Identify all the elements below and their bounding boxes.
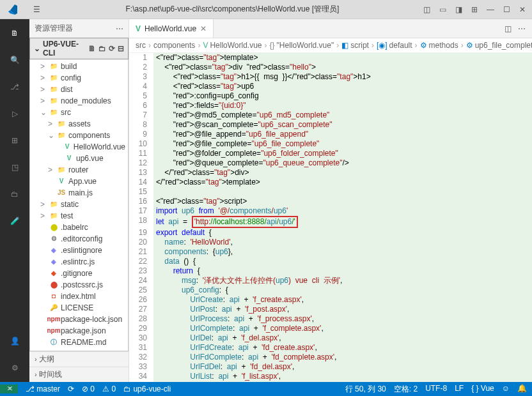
tab-label: HelloWorld.vue [145, 24, 196, 33]
tree-node[interactable]: >📁test [30, 210, 128, 222]
timeline-section[interactable]: › 时间线 [29, 367, 129, 382]
breadcrumb-seg[interactable]: src [136, 41, 146, 50]
search-icon[interactable]: 🔍 [7, 52, 22, 68]
more-icon[interactable]: ⋯ [116, 24, 123, 33]
eol[interactable]: LF [455, 384, 464, 395]
tree-node[interactable]: VApp.vue [30, 176, 128, 187]
tabs-bar: V HelloWorld.vue ✕ ◫ ⋯ [129, 19, 532, 38]
more-tabs-icon[interactable]: ⋯ [518, 24, 526, 33]
tree-node[interactable]: npmpackage-lock.json [30, 314, 128, 325]
editor-area: V HelloWorld.vue ✕ ◫ ⋯ src›components›VH… [129, 19, 532, 382]
tree-node[interactable]: >📁node_modules [30, 95, 128, 107]
extensions-icon[interactable]: ⊞ [7, 133, 22, 148]
tree-node[interactable]: Vup6.vue [30, 153, 128, 164]
accounts-icon[interactable]: 👤 [7, 333, 22, 349]
tree-node[interactable]: ◈.eslintignore [30, 245, 128, 256]
tree-node[interactable]: ◆.gitignore [30, 268, 128, 279]
outline-section[interactable]: › 大纲 [29, 351, 129, 367]
tree-node[interactable]: >📁router [30, 164, 128, 176]
code-editor[interactable]: 1<"red">class="tag">template>2 <"red">cl… [129, 53, 532, 382]
menu-icon[interactable]: ☰ [26, 5, 48, 14]
activity-bar: 🗎 🔍 ⎇ ▷ ⊞ ◳ 🗀 🧪 👤 ⚙ [0, 19, 29, 382]
tree-node[interactable]: JSmain.js [30, 187, 128, 199]
cursor-position[interactable]: 行 50, 列 30 [345, 384, 386, 395]
tree-node[interactable]: 🔑LICENSE [30, 302, 128, 314]
tree-node[interactable]: >📁dist [30, 84, 128, 95]
tree-node[interactable]: ◈.eslintrc.js [30, 256, 128, 268]
language-mode[interactable]: { } Vue [471, 384, 494, 395]
notifications-icon[interactable]: 🔔 [517, 384, 527, 395]
refresh-icon[interactable]: ⟳ [109, 44, 115, 53]
vue-icon: V [136, 24, 141, 33]
explorer-icon[interactable]: 🗎 [7, 26, 22, 41]
file-tree: >📁build>📁config>📁dist>📁node_modules⌄📁src… [29, 59, 129, 351]
close-tab-icon[interactable]: ✕ [200, 24, 207, 33]
run-debug-icon[interactable]: ▷ [7, 106, 22, 121]
breadcrumb-seg[interactable]: [◉]default [377, 41, 412, 50]
project-name: UP6-VUE-CLI [43, 40, 88, 57]
window-title: F:\asp.net\up6-vue-cli\src\components\He… [48, 4, 417, 15]
file-icon[interactable]: 🗀 [7, 187, 22, 202]
folder-name[interactable]: 🗀 up6-vue-cli [123, 385, 171, 393]
new-file-icon[interactable]: 🗎 [88, 44, 96, 53]
project-header[interactable]: ⌄ UP6-VUE-CLI 🗎 🗀 ⟳ ⊟ [29, 38, 129, 59]
sync-icon[interactable]: ⟳ [68, 385, 74, 393]
sidebar-title: 资源管理器 [35, 23, 73, 34]
layout-right-icon[interactable]: ◨ [455, 5, 462, 14]
testing-icon[interactable]: 🧪 [7, 213, 22, 229]
layout-left-icon[interactable]: ◫ [423, 5, 430, 14]
feedback-icon[interactable]: ☺ [502, 384, 510, 395]
tree-node[interactable]: ⚙.editorconfig [30, 233, 128, 245]
tree-node[interactable]: VHelloWorld.vue [30, 141, 128, 153]
indentation[interactable]: 空格: 2 [394, 384, 418, 395]
tree-node[interactable]: >📁static [30, 199, 128, 210]
split-icon[interactable]: ◫ [505, 24, 512, 33]
breadcrumb-seg[interactable]: {}"HelloWorld.vue" [270, 41, 334, 50]
breadcrumb-seg[interactable]: ⚙methods [420, 41, 458, 50]
layout-grid-icon[interactable]: ⊞ [471, 5, 478, 14]
breadcrumb-seg[interactable]: ⚙up6_file_complete [466, 41, 532, 50]
encoding[interactable]: UTF-8 [425, 384, 447, 395]
tree-node[interactable]: npmpackage.json [30, 325, 128, 337]
warnings[interactable]: ⚠ 0 [102, 385, 116, 393]
tree-node[interactable]: ⓘREADME.md [30, 337, 128, 348]
errors[interactable]: ⊘ 0 [82, 385, 95, 393]
breadcrumb-seg[interactable]: components [153, 41, 195, 50]
maximize-icon[interactable]: ☐ [503, 5, 510, 14]
layout-bottom-icon[interactable]: ▭ [439, 5, 446, 14]
settings-icon[interactable]: ⚙ [7, 360, 22, 376]
close-icon[interactable]: ✕ [519, 5, 526, 14]
title-bar: ☰ F:\asp.net\up6-vue-cli\src\components\… [0, 0, 532, 19]
sidebar: 资源管理器 ⋯ ⌄ UP6-VUE-CLI 🗎 🗀 ⟳ ⊟ >📁build>📁c… [29, 19, 129, 382]
tree-node[interactable]: ⬤.babelrc [30, 222, 128, 233]
tree-node[interactable]: ⌄📁components [30, 130, 128, 141]
breadcrumb[interactable]: src›components›VHelloWorld.vue›{}"HelloW… [129, 38, 532, 53]
status-bar: ⪤ ⎇ master ⟳ ⊘ 0 ⚠ 0 🗀 up6-vue-cli 行 50,… [0, 382, 532, 396]
new-folder-icon[interactable]: 🗀 [98, 44, 106, 53]
breadcrumb-seg[interactable]: ◧script [341, 41, 369, 50]
tree-node[interactable]: >📁config [30, 72, 128, 84]
git-branch[interactable]: ⎇ master [26, 385, 60, 393]
remote-icon[interactable]: ◳ [7, 160, 22, 175]
remote-indicator[interactable]: ⪤ [0, 385, 18, 393]
collapse-icon[interactable]: ⊟ [118, 44, 124, 53]
source-control-icon[interactable]: ⎇ [7, 79, 22, 95]
tree-node[interactable]: ◘index.html [30, 291, 128, 302]
vscode-logo [0, 4, 26, 15]
minimize-icon[interactable]: — [487, 5, 494, 14]
breadcrumb-seg[interactable]: VHelloWorld.vue [203, 41, 262, 50]
tree-node[interactable]: >📁build [30, 61, 128, 72]
tree-node[interactable]: ⌄📁src [30, 107, 128, 118]
tree-node[interactable]: ⬤.postcssrc.js [30, 279, 128, 291]
tab-helloworld[interactable]: V HelloWorld.vue ✕ [129, 19, 214, 38]
tree-node[interactable]: >📁assets [30, 118, 128, 130]
chevron-down-icon: ⌄ [34, 44, 40, 53]
